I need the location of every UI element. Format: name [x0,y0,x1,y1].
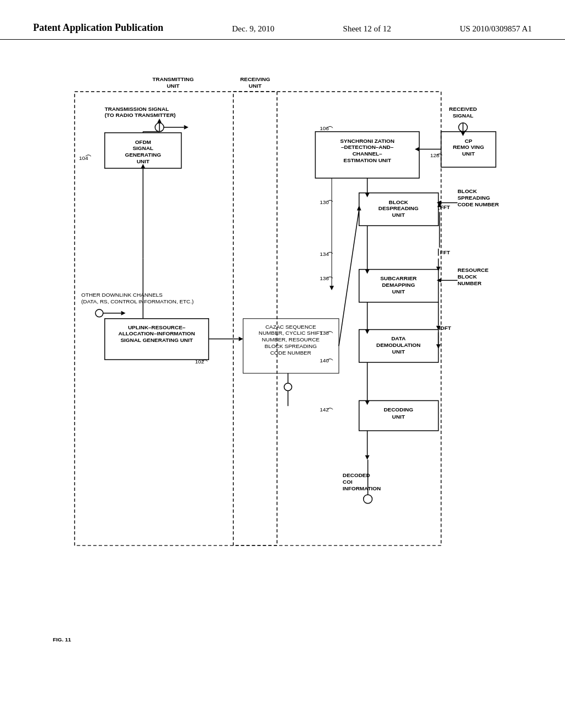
svg-text:OTHER DOWNLINK CHANNELS: OTHER DOWNLINK CHANNELS [81,292,163,298]
svg-text:FFT: FFT [440,204,450,210]
decoded-info-circle [364,495,372,504]
svg-text:BLOCK SPREADING: BLOCK SPREADING [265,343,317,349]
svg-text:INFORMATION: INFORMATION [343,485,381,491]
svg-text:FFT: FFT [440,249,450,255]
svg-text:UNIT: UNIT [392,212,405,218]
svg-text:UNIT: UNIT [392,288,405,295]
svg-marker-26 [141,164,145,168]
patent-number: US 2010/0309857 A1 [460,22,532,34]
svg-text:UNIT: UNIT [137,158,150,164]
svg-text:128: 128 [430,152,440,158]
svg-text:106: 106 [319,125,329,131]
publication-date: Dec. 9, 2010 [232,22,274,34]
svg-marker-28 [239,336,243,341]
publication-title: Patent Application Publication [33,22,163,34]
svg-text:136: 136 [319,275,329,281]
svg-text:SUBCARRIER: SUBCARRIER [380,275,417,281]
svg-text:NUMBER: NUMBER [457,280,481,286]
svg-text:DESPREADING: DESPREADING [379,205,419,211]
page-header: Patent Application Publication Dec. 9, 2… [0,0,565,40]
svg-marker-15 [157,119,162,123]
svg-text:140: 140 [319,357,329,363]
svg-text:DEMAPPING: DEMAPPING [382,282,415,288]
svg-marker-44 [415,147,419,151]
patent-diagram: FIG. 11 TRANSMITTING UNIT RECEIVING UNIT… [17,51,548,679]
svg-text:SIGNAL: SIGNAL [452,113,473,119]
svg-text:ESTIMATION UNIT: ESTIMATION UNIT [344,157,391,163]
svg-text:DECODING: DECODING [383,406,413,413]
svg-text:GENERATING: GENERATING [125,152,162,158]
svg-text:–DETECTION–AND–: –DETECTION–AND– [341,144,394,150]
svg-text:102: 102 [195,358,204,365]
svg-text:SYNCHRONI ZATION: SYNCHRONI ZATION [340,138,394,144]
svg-marker-97 [365,456,370,460]
svg-marker-73 [365,270,370,274]
svg-text:UNIT: UNIT [392,349,405,355]
svg-text:UNIT: UNIT [249,83,262,89]
svg-text:134: 134 [319,251,329,257]
svg-text:UPLINK–RESOURCE–: UPLINK–RESOURCE– [128,324,186,330]
svg-marker-19 [121,311,126,315]
svg-text:(DATA, RS, CONTROL INFORMATION: (DATA, RS, CONTROL INFORMATION, ETC.) [81,298,194,304]
svg-text:DEMODULATION: DEMODULATION [376,342,420,348]
svg-text:142: 142 [319,406,329,413]
svg-text:SPREADING: SPREADING [457,195,490,201]
mid-circle [284,383,292,391]
svg-text:UNIT: UNIT [392,414,405,420]
figure-label: FIG. 11 [53,636,72,643]
svg-text:CODE NUMBER: CODE NUMBER [270,350,311,356]
svg-text:(TO RADIO TRANSMITTER): (TO RADIO TRANSMITTER) [105,112,176,118]
svg-text:BLOCK: BLOCK [457,274,477,280]
svg-line-107 [339,209,359,346]
svg-marker-95 [365,400,370,405]
svg-text:UNIT: UNIT [462,151,475,157]
svg-text:OFDM: OFDM [135,139,151,145]
svg-marker-89 [436,344,441,349]
svg-text:BLOCK: BLOCK [457,188,477,194]
svg-text:SIGNAL: SIGNAL [132,145,153,151]
svg-marker-112 [329,286,334,290]
svg-text:CP: CP [465,138,472,144]
svg-text:ALLOCATION–INFORMATION: ALLOCATION–INFORMATION [119,330,195,336]
svg-text:NUMBER, RESOURCE: NUMBER, RESOURCE [262,336,320,342]
svg-marker-108 [357,206,361,211]
sheet-info: Sheet 12 of 12 [343,22,391,34]
svg-text:CHANNEL–: CHANNEL– [353,151,382,157]
svg-text:130: 130 [319,199,329,205]
svg-marker-87 [365,330,370,334]
diagram-area: FIG. 11 TRANSMITTING UNIT RECEIVING UNIT… [0,40,565,690]
svg-marker-50 [365,193,370,197]
svg-text:104: 104 [79,155,88,161]
svg-text:CAZAC SEQUENCE: CAZAC SEQUENCE [265,324,316,330]
svg-text:BLOCK: BLOCK [389,199,409,205]
svg-text:COI: COI [343,479,353,485]
svg-text:DATA: DATA [391,335,406,341]
svg-text:TRANSMISSION SIGNAL: TRANSMISSION SIGNAL [105,106,169,112]
svg-marker-78 [437,278,441,282]
svg-text:CODE NUMBER: CODE NUMBER [457,201,499,207]
svg-text:UNIT: UNIT [167,83,179,89]
svg-text:NUMBER, CYCLIC SHIFT: NUMBER, CYCLIC SHIFT [259,330,323,336]
svg-text:RECEIVING: RECEIVING [240,76,270,82]
svg-text:TRANSMITTING: TRANSMITTING [152,76,194,82]
svg-marker-6 [184,125,189,130]
svg-text:REMO VING: REMO VING [453,144,484,150]
svg-marker-37 [461,132,465,136]
downlink-circle [95,309,103,317]
svg-text:SIGNAL GENERATING UNIT: SIGNAL GENERATING UNIT [120,337,193,343]
svg-text:RECEIVED: RECEIVED [449,106,477,112]
svg-text:IDFT: IDFT [439,325,451,331]
svg-text:RESOURCE: RESOURCE [457,267,489,273]
svg-text:DECODED: DECODED [343,472,370,478]
